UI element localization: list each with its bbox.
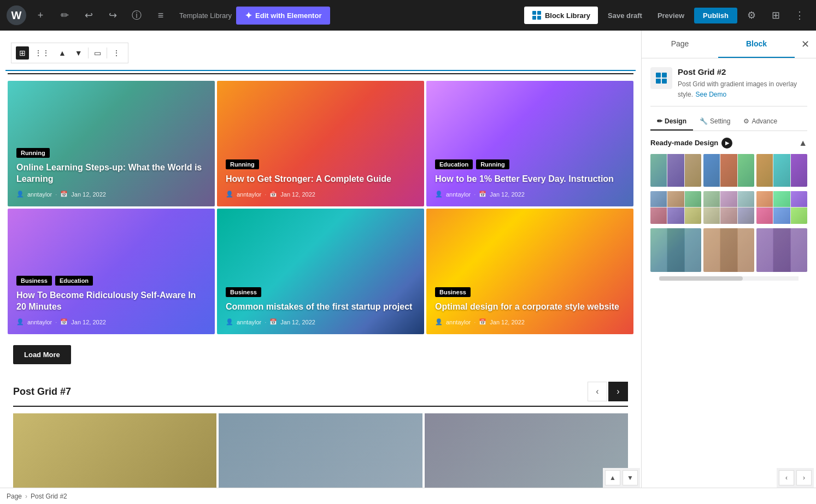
next-button[interactable]: › bbox=[608, 382, 628, 401]
post-card-2[interactable]: Running How to Get Stronger: A Complete … bbox=[217, 81, 424, 206]
tag-education-4: Education bbox=[55, 276, 93, 286]
post-card-1-meta: 👤 anntaylor · 📅 Jan 12, 2022 bbox=[16, 191, 206, 198]
nav-buttons: ‹ › bbox=[588, 382, 628, 401]
sidebar-scroll-controls: ‹ › bbox=[777, 468, 814, 488]
post-card-1[interactable]: Running Online Learning Steps-up: What t… bbox=[8, 81, 215, 206]
prev-button[interactable]: ‹ bbox=[588, 382, 607, 401]
save-draft-button[interactable]: Save draft bbox=[602, 8, 648, 23]
sidebar-tabs: Page Block ✕ bbox=[642, 31, 816, 58]
play-icon[interactable]: ▶ bbox=[721, 138, 732, 149]
design-thumb-3[interactable] bbox=[756, 154, 807, 187]
design-grid-row3 bbox=[650, 228, 807, 272]
svg-rect-0 bbox=[532, 11, 536, 15]
info-button[interactable]: ⓘ bbox=[127, 5, 146, 25]
sidebar-scroll-right[interactable]: › bbox=[796, 470, 812, 485]
design-thumb-2[interactable] bbox=[703, 154, 754, 187]
tab-page[interactable]: Page bbox=[642, 31, 718, 58]
sidebar-scroll-left[interactable]: ‹ bbox=[779, 470, 794, 485]
post-card-5-meta: 👤 anntaylor · 📅 Jan 12, 2022 bbox=[226, 318, 415, 325]
add-block-button[interactable]: + bbox=[31, 5, 50, 25]
preview-button[interactable]: Preview bbox=[652, 8, 690, 23]
post-card-3[interactable]: Education Running How to be 1% Better Ev… bbox=[426, 81, 633, 206]
author-1: anntaylor bbox=[27, 191, 52, 198]
more-options-button[interactable]: ⋮ bbox=[790, 5, 809, 25]
block-icon bbox=[650, 67, 672, 89]
design-tab-setting[interactable]: 🔧 Setting bbox=[693, 113, 737, 131]
scroll-up-button[interactable]: ▲ bbox=[605, 470, 620, 485]
design-tab-advance[interactable]: ⚙ Advance bbox=[737, 113, 784, 131]
block-controls-bar: ⊞ ⋮⋮ ▲ ▼ ▭ ⋮ bbox=[5, 36, 636, 71]
design-thumb-6[interactable] bbox=[756, 191, 807, 224]
svg-rect-6 bbox=[656, 79, 661, 84]
redo-button[interactable]: ↪ bbox=[103, 5, 122, 25]
design-thumb-9[interactable] bbox=[756, 228, 807, 272]
block-library-icon bbox=[532, 10, 542, 20]
drag-handle-button[interactable]: ⋮⋮ bbox=[31, 46, 53, 60]
arrow-up-button[interactable]: ▲ bbox=[55, 46, 69, 60]
layout-grid-button[interactable]: ⊞ bbox=[766, 5, 785, 25]
date-6: Jan 12, 2022 bbox=[490, 319, 525, 325]
readymade-header: Ready-made Design ▶ ▲ bbox=[650, 138, 807, 149]
cal-icon-6: 📅 bbox=[479, 318, 486, 325]
post-card-6[interactable]: Business Optimal design for a corporate … bbox=[426, 209, 633, 334]
post-card-2-meta: 👤 anntaylor · 📅 Jan 12, 2022 bbox=[226, 191, 415, 198]
wide-mode-button[interactable]: ▭ bbox=[91, 46, 104, 60]
design-grid-row2 bbox=[650, 191, 807, 224]
design-thumb-5[interactable] bbox=[703, 191, 754, 224]
block-library-button[interactable]: Block Library bbox=[524, 7, 598, 24]
list-view-button[interactable]: ≡ bbox=[151, 5, 171, 25]
date-3: Jan 12, 2022 bbox=[490, 191, 525, 198]
block-separator bbox=[8, 73, 633, 74]
load-more-button[interactable]: Load More bbox=[13, 345, 71, 364]
scroll-down-button[interactable]: ▼ bbox=[623, 470, 638, 485]
readymade-label: Ready-made Design ▶ bbox=[650, 138, 732, 149]
main-layout: ⊞ ⋮⋮ ▲ ▼ ▭ ⋮ Runn bbox=[0, 31, 816, 504]
tag-education-3: Education bbox=[435, 159, 473, 169]
grid-icon bbox=[655, 72, 668, 85]
author-icon-5: 👤 bbox=[226, 318, 233, 325]
collapse-button[interactable]: ▲ bbox=[799, 138, 807, 148]
post-card-1-overlay: Running Online Learning Steps-up: What t… bbox=[8, 81, 215, 206]
design-tab-design[interactable]: ✏ Design bbox=[650, 113, 693, 131]
breadcrumb-page[interactable]: Page bbox=[7, 493, 22, 500]
post-card-4-title: How To Become Ridiculously Self-Aware In… bbox=[16, 290, 206, 313]
tag-running-2: Running bbox=[226, 159, 259, 169]
tools-button[interactable]: ✏ bbox=[55, 5, 74, 25]
cal-icon-2: 📅 bbox=[269, 191, 277, 198]
breadcrumb-item: Post Grid #2 bbox=[31, 493, 67, 500]
post-card-6-tags: Business bbox=[435, 287, 625, 297]
author-5: anntaylor bbox=[237, 319, 261, 325]
cal-icon-4: 📅 bbox=[60, 318, 68, 325]
sidebar-close-button[interactable]: ✕ bbox=[795, 31, 816, 58]
sidebar-scroll-bar[interactable] bbox=[659, 276, 799, 281]
grid-view-button[interactable]: ⊞ bbox=[16, 46, 29, 60]
sidebar: Page Block ✕ Post Grid #2 bbox=[641, 31, 816, 504]
design-tabs: ✏ Design 🔧 Setting ⚙ Advance bbox=[650, 113, 807, 131]
divider bbox=[88, 48, 89, 58]
post-grid: Running Online Learning Steps-up: What t… bbox=[5, 79, 636, 336]
block-more-button[interactable]: ⋮ bbox=[109, 46, 124, 60]
date-5: Jan 12, 2022 bbox=[280, 319, 315, 325]
block-controls: ⊞ ⋮⋮ ▲ ▼ ▭ ⋮ bbox=[11, 43, 128, 63]
arrow-down-button[interactable]: ▼ bbox=[72, 46, 86, 60]
post-card-5[interactable]: Business Common mistakes of the first st… bbox=[217, 209, 424, 334]
publish-button[interactable]: Publish bbox=[694, 8, 737, 23]
post-card-1-tags: Running bbox=[16, 148, 206, 158]
tag-running-1: Running bbox=[16, 148, 50, 158]
post-card-1-title: Online Learning Steps-up: What the World… bbox=[16, 162, 206, 185]
undo-button[interactable]: ↩ bbox=[79, 5, 98, 25]
post-card-4-tags: Business Education bbox=[16, 276, 206, 286]
settings-button[interactable]: ⚙ bbox=[742, 5, 761, 25]
tab-block[interactable]: Block bbox=[718, 31, 795, 58]
design-thumb-4[interactable] bbox=[650, 191, 701, 224]
wp-logo[interactable]: W bbox=[7, 5, 26, 25]
edit-elementor-button[interactable]: ✦ Edit with Elementor bbox=[236, 7, 330, 25]
design-thumb-1[interactable] bbox=[650, 154, 701, 187]
post-card-4[interactable]: Business Education How To Become Ridicul… bbox=[8, 209, 215, 334]
post-card-2-overlay: Running How to Get Stronger: A Complete … bbox=[217, 81, 424, 206]
design-thumb-7[interactable] bbox=[650, 228, 701, 272]
design-thumb-8[interactable] bbox=[703, 228, 754, 272]
canvas-inner: ⊞ ⋮⋮ ▲ ▼ ▭ ⋮ Runn bbox=[0, 31, 641, 504]
post-card-2-tags: Running bbox=[226, 159, 415, 169]
see-demo-link[interactable]: See Demo bbox=[695, 91, 726, 98]
